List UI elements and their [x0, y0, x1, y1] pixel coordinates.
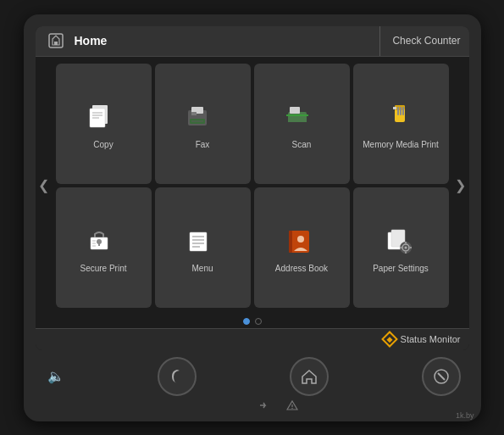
address-book-label: Address Book [275, 264, 328, 274]
check-counter-button[interactable]: Check Counter [379, 26, 460, 56]
fax-icon [182, 99, 223, 137]
svg-point-35 [297, 236, 304, 243]
svg-rect-28 [190, 232, 207, 251]
menu-icon [182, 223, 223, 260]
status-monitor-label[interactable]: Status Monitor [401, 334, 461, 344]
icon-grid: Copy Fax [53, 57, 452, 315]
svg-rect-21 [393, 107, 396, 109]
buttons-row: 🔈 [44, 357, 461, 396]
scan-button[interactable]: Scan [254, 64, 350, 184]
svg-rect-15 [286, 122, 308, 125]
pagination [36, 315, 469, 328]
screen: Home Check Counter ❮ [36, 26, 469, 350]
secure-print-button[interactable]: Secure Print [56, 187, 152, 308]
paper-settings-label: Paper Settings [373, 264, 429, 274]
bottom-controls: 🔈 [36, 350, 469, 413]
stop-button[interactable] [422, 357, 461, 396]
svg-rect-13 [286, 114, 308, 116]
svg-rect-18 [397, 107, 399, 115]
svg-line-46 [438, 373, 445, 380]
svg-rect-12 [288, 112, 307, 124]
menu-button[interactable]: Menu [155, 187, 251, 308]
scan-icon [281, 99, 322, 137]
fax-button[interactable]: Fax [155, 64, 251, 184]
watermark: 1k.by [456, 411, 474, 420]
svg-rect-20 [402, 107, 404, 115]
svg-rect-19 [400, 107, 402, 115]
pagination-dot-2[interactable] [255, 318, 262, 325]
address-book-icon [281, 223, 322, 260]
home-button[interactable] [290, 357, 329, 396]
right-arrow[interactable]: ❯ [452, 57, 469, 315]
home-title: Home [75, 34, 380, 47]
svg-rect-10 [191, 112, 197, 115]
svg-rect-24 [98, 243, 100, 246]
device-body: Home Check Counter ❮ [24, 14, 481, 421]
memory-media-print-button[interactable]: Memory Media Print [353, 64, 449, 184]
status-diamond-icon [381, 331, 398, 348]
scan-label: Scan [292, 140, 312, 150]
copy-icon [83, 99, 124, 137]
speaker-icon: 🔈 [47, 368, 64, 384]
sleep-button[interactable] [158, 357, 197, 396]
status-bar: Status Monitor [36, 328, 469, 350]
svg-rect-14 [290, 107, 300, 114]
svg-point-48 [291, 407, 292, 408]
secure-print-icon [83, 223, 124, 260]
left-arrow[interactable]: ❮ [36, 57, 53, 315]
memory-media-print-label: Memory Media Print [363, 140, 438, 150]
home-icon [44, 29, 68, 53]
address-book-button[interactable]: Address Book [254, 187, 350, 308]
copy-button[interactable]: Copy [56, 64, 152, 184]
grid-area: ❮ Copy [36, 57, 469, 315]
warning-icon [286, 399, 298, 411]
fax-label: Fax [196, 140, 210, 150]
memory-media-print-icon [380, 99, 421, 137]
svg-point-40 [405, 246, 407, 248]
menu-label: Menu [191, 264, 213, 274]
svg-rect-1 [54, 42, 58, 45]
small-icons-row [44, 399, 461, 411]
copy-label: Copy [93, 140, 113, 150]
top-bar: Home Check Counter [36, 26, 469, 57]
secure-print-label: Secure Print [80, 264, 126, 274]
svg-rect-34 [289, 231, 292, 253]
arrow-icon [258, 399, 269, 411]
paper-settings-icon [380, 223, 421, 260]
pagination-dot-1[interactable] [243, 318, 250, 325]
paper-settings-button[interactable]: Paper Settings [353, 187, 449, 308]
